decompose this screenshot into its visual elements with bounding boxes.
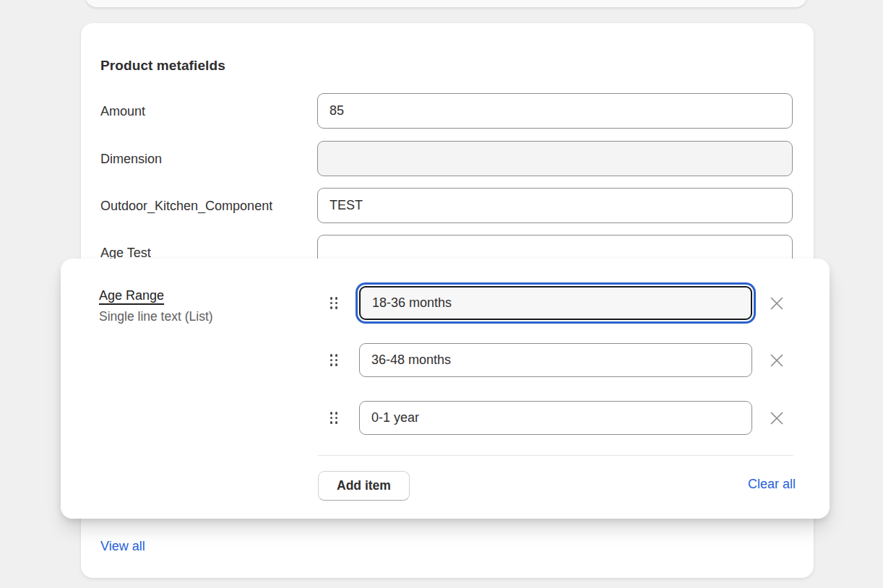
close-icon [768,352,785,369]
dimension-input[interactable] [317,141,793,176]
outdoor-kitchen-component-input[interactable] [317,188,793,223]
add-item-button[interactable]: Add item [318,471,410,501]
drag-handle-icon[interactable] [329,353,339,368]
page: Product metafields Amount Dimension Outd… [0,0,883,588]
card-title: Product metafields [100,58,225,74]
field-label-age-test: Age Test [100,245,151,260]
previous-card-partial [85,0,807,7]
list-item-row [61,401,830,435]
close-icon [768,295,785,312]
clear-all-link[interactable]: Clear all [748,477,796,492]
remove-item-button-2[interactable] [765,349,788,372]
age-range-list-editor-popover: Age Range Single line text (List) [61,259,830,519]
field-label-amount: Amount [100,103,145,118]
view-all-link[interactable]: View all [100,539,145,554]
drag-handle-icon[interactable] [329,411,339,425]
popover-divider [318,455,793,456]
metafield-row-dimension: Dimension [81,141,814,176]
amount-input[interactable] [317,93,793,129]
list-item-input-1[interactable] [359,286,752,320]
remove-item-button-3[interactable] [765,407,788,430]
list-item-input-2[interactable] [359,343,752,377]
close-icon [768,410,785,427]
list-item-row [61,343,830,377]
list-item-input-3[interactable] [359,401,752,435]
field-label-dimension: Dimension [100,151,162,166]
metafield-row-outdoor-kitchen-component: Outdoor_Kitchen_Component [81,188,814,223]
drag-handle-icon[interactable] [329,296,339,311]
field-label-outdoor-kitchen-component: Outdoor_Kitchen_Component [100,198,272,213]
metafield-row-amount: Amount [81,93,814,129]
remove-item-button-1[interactable] [765,292,788,315]
list-item-row [61,286,830,320]
